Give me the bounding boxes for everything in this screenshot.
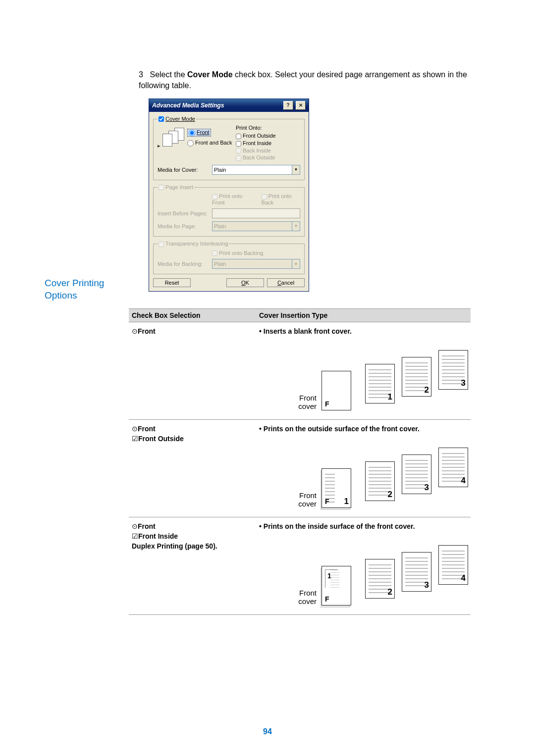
- col-cover-insertion-type: Cover Insertion Type: [256, 309, 471, 322]
- dialog-title: Advanced Media Settings: [152, 102, 224, 109]
- reset-button[interactable]: Reset: [153, 278, 191, 287]
- check-print-onto-backing: Print onto Backing: [212, 250, 263, 256]
- media-for-cover-select[interactable]: Plain ▼: [212, 165, 300, 175]
- media-for-page-select: Plain ▼: [212, 221, 300, 231]
- media-for-page-label: Media for Page:: [158, 223, 212, 229]
- cancel-button[interactable]: Cancel: [267, 278, 305, 287]
- table-row-insertion-type: • Prints on the outside surface of the f…: [256, 420, 471, 517]
- table-row-selection: ⊙Front☑Front Outside: [129, 420, 256, 517]
- chevron-down-icon: ▼: [292, 259, 300, 268]
- ok-button[interactable]: OK: [226, 278, 264, 287]
- chevron-down-icon: ▼: [292, 222, 300, 231]
- transparency-legend: Transparency Interleaving: [165, 241, 228, 247]
- print-onto-label: Print Onto:: [236, 125, 276, 131]
- cover-diagram: Frontcover4321F: [259, 538, 462, 607]
- insert-before-input: [212, 208, 300, 218]
- table-row-insertion-type: • Inserts a blank front cover.Frontcover…: [256, 322, 471, 420]
- step-number: 3: [139, 69, 148, 80]
- page-insert-checkbox: [159, 185, 164, 190]
- check-front-inside[interactable]: Front Inside: [236, 140, 276, 147]
- step-instruction: 3 Select the Cover Mode check box. Selec…: [139, 69, 490, 92]
- cover-diagram: Frontcover4321F: [259, 441, 462, 510]
- insert-before-label: Insert Before Pages:: [158, 210, 212, 216]
- close-icon[interactable]: ✕: [296, 101, 306, 110]
- cover-options-table: Check Box Selection Cover Insertion Type…: [129, 308, 471, 615]
- transparency-group: Transparency Interleaving Print onto Bac…: [153, 241, 305, 274]
- help-icon[interactable]: ?: [283, 101, 293, 110]
- chevron-down-icon[interactable]: ▼: [292, 165, 300, 174]
- radio-front[interactable]: Front: [187, 129, 211, 137]
- section-heading: Cover Printing Options: [45, 277, 129, 302]
- cover-mode-group: Cover Mode ▸ Front Front and Back Print …: [153, 116, 305, 180]
- dialog-titlebar: Advanced Media Settings ? ✕: [149, 99, 309, 112]
- radio-front-and-back[interactable]: Front and Back: [187, 140, 236, 147]
- page-insert-legend: Page Insert: [165, 184, 193, 190]
- check-back-outside: Back Outside: [236, 154, 276, 161]
- cover-mode-checkbox[interactable]: [159, 116, 164, 122]
- check-print-onto-front: Print onto Front: [212, 193, 252, 205]
- cover-diagram: Frontcover321F: [259, 343, 462, 412]
- cover-mode-legend: Cover Mode: [165, 116, 195, 122]
- cover-mode-illustration: ▸: [158, 125, 182, 150]
- media-for-backing-select: Plain ▼: [212, 259, 300, 269]
- check-front-outside[interactable]: Front Outside: [236, 133, 276, 139]
- col-checkbox-selection: Check Box Selection: [129, 309, 256, 322]
- table-row-selection: ⊙Front☑Front InsideDuplex Printing (page…: [129, 517, 256, 615]
- page-insert-group: Page Insert Print onto Front Print onto …: [153, 184, 305, 237]
- table-row-insertion-type: • Prints on the inside surface of the fr…: [256, 517, 471, 615]
- check-back-inside: Back Inside: [236, 148, 276, 154]
- table-row-selection: ⊙Front: [129, 322, 256, 420]
- media-for-backing-label: Media for Backing:: [158, 261, 212, 267]
- page-number: 94: [263, 727, 272, 736]
- media-for-cover-label: Media for Cover:: [158, 167, 212, 173]
- advanced-media-settings-dialog: Advanced Media Settings ? ✕ Cover Mode ▸: [149, 99, 309, 292]
- check-print-onto-back: Print onto Back: [262, 193, 300, 205]
- transparency-checkbox: [159, 242, 164, 247]
